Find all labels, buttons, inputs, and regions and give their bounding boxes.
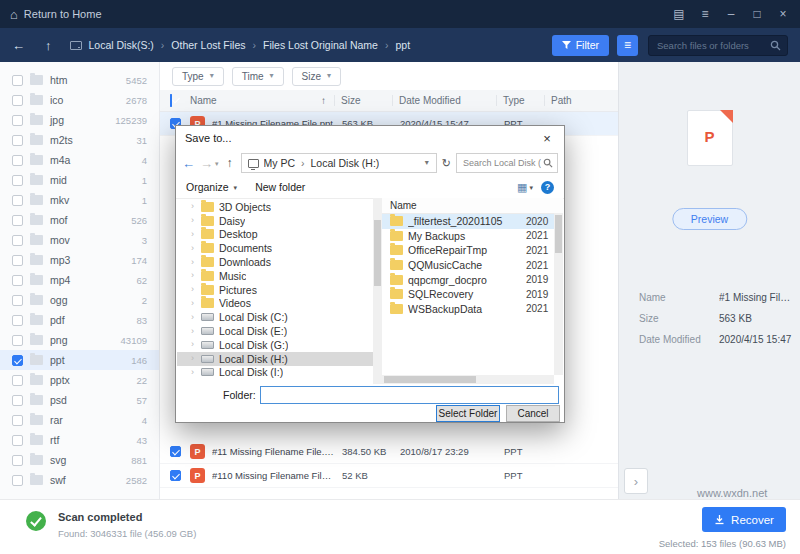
breadcrumb-item[interactable]: Other Lost Files xyxy=(154,39,246,51)
checkbox[interactable] xyxy=(12,255,23,266)
checkbox[interactable] xyxy=(12,95,23,106)
history-dropdown-icon[interactable] xyxy=(215,160,219,167)
row-checkbox[interactable] xyxy=(170,470,181,481)
expand-chevron-icon[interactable] xyxy=(191,340,201,349)
column-path[interactable]: Path xyxy=(544,95,618,106)
select-all-checkbox[interactable] xyxy=(170,94,172,107)
row-checkbox[interactable] xyxy=(170,446,181,457)
checkbox[interactable] xyxy=(12,155,23,166)
table-row[interactable]: #11 Missing Filename File.ppt 384.50 KB … xyxy=(160,440,618,464)
file-type-item[interactable]: psd 57 xyxy=(0,390,159,410)
filter-dropdown[interactable]: Size xyxy=(292,67,341,86)
file-type-item[interactable]: swf 2582 xyxy=(0,470,159,490)
checkbox[interactable] xyxy=(12,355,23,366)
tree-scrollbar[interactable] xyxy=(373,198,382,384)
file-type-item[interactable]: ppt 146 xyxy=(0,350,159,370)
dialog-forward-button[interactable] xyxy=(200,157,213,170)
dialog-search-input[interactable] xyxy=(461,157,543,169)
checkbox[interactable] xyxy=(12,315,23,326)
report-icon[interactable] xyxy=(666,8,692,20)
return-home-button[interactable]: Return to Home xyxy=(10,8,102,21)
checkbox[interactable] xyxy=(12,475,23,486)
list-column-name[interactable]: Name xyxy=(382,198,563,214)
expand-chevron-icon[interactable] xyxy=(191,244,201,253)
table-row[interactable]: #110 Missing Filename File.ppt 52 KB PPT xyxy=(160,464,618,488)
tree-item[interactable]: Documents xyxy=(177,241,373,255)
expand-chevron-icon[interactable] xyxy=(191,230,201,239)
dialog-close-button[interactable] xyxy=(530,126,564,150)
expand-chevron-icon[interactable] xyxy=(191,299,201,308)
file-type-item[interactable]: svg 881 xyxy=(0,450,159,470)
checkbox[interactable] xyxy=(12,235,23,246)
list-vertical-scrollbar[interactable] xyxy=(554,213,563,375)
file-type-item[interactable]: mp3 174 xyxy=(0,250,159,270)
checkbox[interactable] xyxy=(12,435,23,446)
column-name[interactable]: Name xyxy=(190,95,334,106)
tree-item[interactable]: Downloads xyxy=(177,255,373,269)
file-type-item[interactable]: pdf 83 xyxy=(0,310,159,330)
folder-input[interactable] xyxy=(260,386,559,404)
list-horizontal-scrollbar[interactable] xyxy=(382,375,554,384)
address-crumb[interactable]: Local Disk (H:) xyxy=(295,157,379,169)
checkbox[interactable] xyxy=(12,275,23,286)
folder-list-item[interactable]: qqpcmgr_docpro 2019 xyxy=(382,272,563,287)
file-type-item[interactable]: mid 1 xyxy=(0,170,159,190)
scrollbar-thumb[interactable] xyxy=(374,220,381,286)
expand-chevron-icon[interactable] xyxy=(191,271,201,280)
checkbox[interactable] xyxy=(12,115,23,126)
column-size[interactable]: Size xyxy=(334,95,392,106)
organize-button[interactable]: Organize xyxy=(186,181,237,193)
checkbox[interactable] xyxy=(12,395,23,406)
view-mode-button[interactable] xyxy=(517,182,533,193)
breadcrumb-item[interactable]: Files Lost Original Name xyxy=(245,39,377,51)
file-type-item[interactable]: htm 5452 xyxy=(0,70,159,90)
view-options-button[interactable] xyxy=(617,35,638,56)
checkbox[interactable] xyxy=(12,135,23,146)
expand-chevron-icon[interactable] xyxy=(191,368,201,377)
file-type-item[interactable]: mof 526 xyxy=(0,210,159,230)
file-type-item[interactable]: ogg 2 xyxy=(0,290,159,310)
file-type-item[interactable]: rtf 43 xyxy=(0,430,159,450)
expand-chevron-icon[interactable] xyxy=(191,313,201,322)
tree-item[interactable]: Local Disk (E:) xyxy=(177,324,373,338)
refresh-icon[interactable] xyxy=(442,158,451,169)
file-type-item[interactable]: jpg 125239 xyxy=(0,110,159,130)
breadcrumb-item[interactable]: Local Disk(S:) xyxy=(89,39,154,51)
folder-list-item[interactable]: _filtertest_20201105 2020 xyxy=(382,214,563,229)
dialog-back-button[interactable] xyxy=(182,157,195,170)
folder-list-item[interactable]: OfficeRepairTmp 2021 xyxy=(382,243,563,258)
checkbox[interactable] xyxy=(12,215,23,226)
tree-item[interactable]: Daisy xyxy=(177,214,373,228)
tree-item[interactable]: 3D Objects xyxy=(177,200,373,214)
filter-dropdown[interactable]: Type xyxy=(172,67,224,86)
maximize-button[interactable] xyxy=(744,8,770,20)
scrollbar-thumb[interactable] xyxy=(555,215,562,253)
tree-item[interactable]: Videos xyxy=(177,297,373,311)
file-type-item[interactable]: mov 3 xyxy=(0,230,159,250)
folder-list-item[interactable]: QQMusicCache 2021 xyxy=(382,258,563,273)
file-type-item[interactable]: mkv 1 xyxy=(0,190,159,210)
scrollbar-thumb[interactable] xyxy=(384,376,476,383)
close-button[interactable] xyxy=(770,8,796,20)
tree-item[interactable]: Desktop xyxy=(177,228,373,242)
filter-button[interactable]: Filter xyxy=(552,35,609,56)
select-folder-button[interactable]: Select Folder xyxy=(436,405,500,422)
folder-list-item[interactable]: SQLRecovery 2019 xyxy=(382,287,563,302)
expand-chevron-icon[interactable] xyxy=(191,285,201,294)
file-type-item[interactable]: mp4 62 xyxy=(0,270,159,290)
checkbox[interactable] xyxy=(12,75,23,86)
preview-button[interactable]: Preview xyxy=(672,208,747,230)
folder-list-item[interactable]: My Backups 2021 xyxy=(382,229,563,244)
checkbox[interactable] xyxy=(12,195,23,206)
search-input[interactable] xyxy=(655,39,770,52)
address-dropdown-icon[interactable] xyxy=(422,159,432,167)
file-type-item[interactable]: m2ts 31 xyxy=(0,130,159,150)
address-bar[interactable]: My PCLocal Disk (H:) xyxy=(241,153,437,173)
up-button[interactable] xyxy=(45,39,52,52)
checkbox[interactable] xyxy=(12,375,23,386)
expand-chevron-icon[interactable] xyxy=(191,327,201,336)
expand-chevron-icon[interactable] xyxy=(191,202,201,211)
folder-list-item[interactable]: WSBackupData 2021 xyxy=(382,302,563,317)
tree-item[interactable]: Local Disk (H:) xyxy=(177,352,373,366)
column-type[interactable]: Type xyxy=(496,95,544,106)
